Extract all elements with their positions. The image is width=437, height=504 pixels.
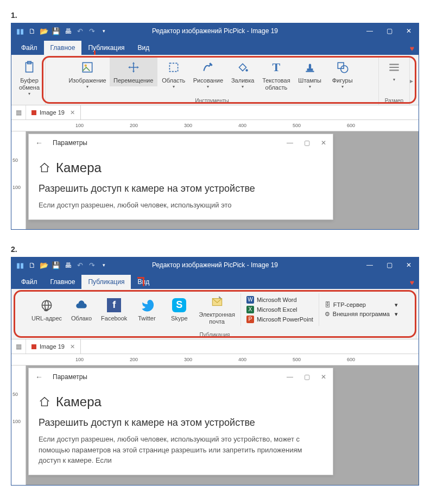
doc-tab[interactable]: Image 19 ✕: [26, 105, 81, 119]
email-button[interactable]: Электронная почта: [195, 291, 238, 327]
back-icon[interactable]: ←: [35, 138, 43, 147]
url-button[interactable]: URL-адрес: [28, 295, 65, 324]
group-label-publish: Публикация: [200, 332, 230, 339]
save-icon[interactable]: 💾: [52, 27, 60, 35]
menu-view[interactable]: Вид: [131, 41, 156, 55]
app-window-2: ▮▮ 🗋 📂 💾 🖶 ↶ ↷ ▾ Редактор изображений Pi…: [11, 257, 419, 486]
ms-office-list: WMicrosoft Word XMicrosoft Excel PMicros…: [243, 295, 316, 324]
canvas[interactable]: ← Параметры —▢✕ Камера Разрешить доступ …: [26, 131, 419, 229]
settings-max[interactable]: ▢: [304, 373, 310, 381]
open-icon[interactable]: 📂: [40, 27, 48, 35]
move-button[interactable]: Перемещение: [110, 57, 157, 86]
new-icon[interactable]: 🗋: [28, 261, 36, 269]
grip-icon[interactable]: ▦: [11, 339, 26, 354]
shapes-button[interactable]: Фигуры▾: [326, 57, 359, 92]
cloud-button[interactable]: Облако: [65, 295, 98, 324]
grip-icon[interactable]: ▦: [11, 105, 26, 119]
tab-close-icon[interactable]: ✕: [70, 343, 75, 350]
step-number-1: 1.: [11, 11, 426, 20]
settings-titlebar: ← Параметры —▢✕: [29, 368, 333, 386]
settings-heading: Камера: [39, 160, 323, 175]
qa-more-icon[interactable]: ▾: [99, 261, 108, 269]
size-button[interactable]: ▾: [381, 57, 407, 85]
maximize-button[interactable]: ▢: [379, 257, 399, 273]
step-number-2: 2.: [11, 245, 426, 254]
stamps-button[interactable]: Штампы▾: [294, 57, 326, 92]
settings-close[interactable]: ✕: [321, 373, 326, 381]
app-window-1: ▮▮ 🗋 📂 💾 🖶 ↶ ↷ ▾ Редактор изображений Pi…: [11, 23, 419, 230]
settings-text: Если доступ разрешен, любой человек, исп…: [39, 434, 323, 466]
qa-more-icon[interactable]: ▾: [99, 27, 108, 35]
canvas-area: 50 100 ← Параметры —▢✕ Камера Разрешить …: [11, 131, 419, 229]
text-button[interactable]: T Текстовая область: [259, 57, 293, 93]
external-list: 🗄FTP-сервер▾ ⚙Внешняя программа▾: [321, 300, 401, 319]
undo-icon[interactable]: ↶: [75, 261, 84, 269]
save-icon[interactable]: 💾: [52, 261, 60, 269]
close-button[interactable]: ✕: [399, 23, 419, 39]
image-button[interactable]: Изображение▾: [65, 57, 109, 92]
svg-rect-6: [306, 71, 314, 72]
settings-close[interactable]: ✕: [321, 139, 326, 147]
menu-publish[interactable]: Публикация: [81, 41, 131, 55]
minimize-button[interactable]: —: [360, 23, 379, 39]
group-label-size: Размер: [385, 98, 403, 105]
ribbon-main: Буфер обмена▾ Изображение▾ Перемещение О…: [11, 55, 419, 105]
menu-main[interactable]: Главное: [44, 275, 82, 289]
group-publish: URL-адрес Облако f Facebook Twitter S Sk…: [14, 291, 416, 339]
new-icon[interactable]: 🗋: [28, 27, 36, 35]
ppt-button[interactable]: PMicrosoft PowerPoint: [246, 316, 313, 323]
settings-titlebar: ← Параметры —▢✕: [29, 134, 333, 152]
undo-icon[interactable]: ↶: [75, 27, 84, 35]
ruler-v: 50 100: [11, 131, 26, 229]
draw-button[interactable]: Рисование▾: [190, 57, 226, 92]
print-icon[interactable]: 🖶: [64, 27, 72, 35]
tab-close-icon[interactable]: ✕: [70, 109, 75, 116]
back-icon[interactable]: ←: [35, 373, 43, 381]
svg-point-3: [85, 65, 87, 67]
clipboard-button[interactable]: Буфер обмена▾: [16, 57, 43, 99]
settings-title: Параметры: [53, 139, 87, 147]
menu-main[interactable]: Главное: [44, 41, 82, 55]
heart-icon[interactable]: ♥: [410, 44, 414, 53]
fill-button[interactable]: Заливка▾: [226, 57, 259, 92]
canvas[interactable]: ← Параметры —▢✕ Камера Разрешить доступ …: [26, 366, 419, 485]
settings-min[interactable]: —: [287, 373, 293, 381]
word-button[interactable]: WMicrosoft Word: [246, 296, 313, 304]
settings-text: Если доступ разрешен, любой человек, исп…: [39, 200, 323, 211]
menu-publish[interactable]: Публикация: [81, 275, 131, 289]
open-icon[interactable]: 📂: [40, 261, 48, 269]
settings-title: Параметры: [53, 373, 87, 381]
settings-max[interactable]: ▢: [304, 139, 310, 147]
quick-access: ▮▮ 🗋 📂 💾 🖶 ↶ ↷ ▾: [11, 27, 108, 35]
menu-file[interactable]: Файл: [15, 41, 44, 55]
redo-icon[interactable]: ↷: [87, 261, 96, 269]
ftp-button[interactable]: 🗄FTP-сервер▾: [325, 301, 398, 308]
tabstrip: ▦ Image 19 ✕: [11, 339, 419, 354]
skype-button[interactable]: S Skype: [163, 295, 195, 324]
menu-file[interactable]: Файл: [15, 275, 44, 289]
svg-point-9: [340, 66, 347, 73]
settings-window: ← Параметры —▢✕ Камера Разрешить доступ …: [28, 134, 333, 220]
twitter-button[interactable]: Twitter: [130, 295, 163, 324]
doc-tab[interactable]: Image 19 ✕: [26, 339, 81, 354]
doc-tab-label: Image 19: [40, 109, 65, 116]
redo-icon[interactable]: ↷: [87, 27, 96, 35]
facebook-button[interactable]: f Facebook: [98, 295, 130, 324]
close-button[interactable]: ✕: [399, 257, 419, 273]
region-button[interactable]: Область▾: [157, 57, 190, 92]
external-button[interactable]: ⚙Внешняя программа▾: [325, 311, 398, 318]
settings-min[interactable]: —: [287, 139, 293, 147]
menubar: Файл Главное Публикация Вид ♥: [11, 273, 419, 289]
menu-view[interactable]: Вид: [131, 275, 156, 289]
maximize-button[interactable]: ▢: [379, 23, 399, 39]
group-size: ▾ Размер: [379, 57, 410, 105]
ruler-h: 100 200 300 400 500 600: [11, 120, 419, 131]
heart-icon[interactable]: ♥: [410, 278, 414, 287]
svg-rect-4: [169, 63, 178, 71]
excel-button[interactable]: XMicrosoft Excel: [246, 306, 313, 313]
svg-rect-2: [83, 62, 92, 72]
ruler-v: 50 100: [11, 366, 26, 485]
window-controls: — ▢ ✕: [360, 23, 419, 39]
minimize-button[interactable]: —: [360, 257, 379, 273]
print-icon[interactable]: 🖶: [64, 261, 72, 269]
